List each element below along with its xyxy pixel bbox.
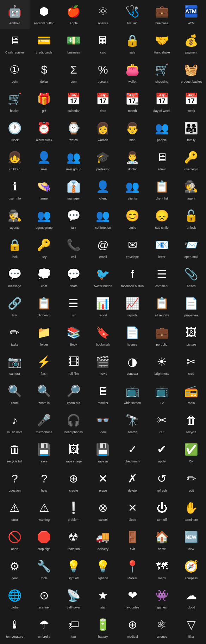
agents-cell[interactable]: 🕵agents: [0, 204, 30, 234]
bookmark-cell[interactable]: 🔖bookmark: [88, 321, 118, 351]
letter-cell[interactable]: 📧letter: [147, 234, 177, 263]
lock-cell[interactable]: 🔒lock: [0, 234, 30, 263]
tv-cell[interactable]: 📺TV: [147, 380, 177, 409]
reports-cell[interactable]: 📈reports: [118, 292, 147, 321]
globe-cell[interactable]: 🌐globe: [0, 584, 30, 613]
gift-cell[interactable]: 🎁gift: [30, 88, 59, 117]
apply-cell[interactable]: ✔apply: [147, 438, 177, 467]
call-cell[interactable]: 📞call: [59, 234, 88, 263]
calc-cell[interactable]: 🖩calc: [88, 29, 118, 58]
erase-cell[interactable]: ✕erase: [88, 467, 118, 497]
save-as-cell[interactable]: 💾save as: [88, 438, 118, 467]
unlock-cell[interactable]: 🔓unlock: [176, 204, 206, 234]
good-mark-cell[interactable]: 👍good mark: [0, 643, 30, 644]
close-cell[interactable]: ✕close: [118, 497, 147, 526]
android-cell[interactable]: 🤖Android: [0, 0, 30, 29]
stop-sign-cell[interactable]: 🛑stop sign: [30, 526, 59, 555]
envelope-cell[interactable]: ✉envelope: [118, 234, 147, 263]
facebook-button-cell[interactable]: ffacebook button: [118, 263, 147, 292]
conference-cell[interactable]: 👥conference: [88, 204, 118, 234]
cash-register-cell[interactable]: 🖥Cash register: [0, 29, 30, 58]
safe-cell[interactable]: 🔒safe: [118, 29, 147, 58]
zoom-in-cell[interactable]: 🔍zoom in: [30, 380, 59, 409]
new-cell[interactable]: 🆕new: [176, 526, 206, 555]
message-cell[interactable]: 💬message: [0, 263, 30, 292]
product-basket-cell[interactable]: 🧺product basket: [176, 58, 206, 88]
alarm-clock-cell[interactable]: ⏰alarm clock: [30, 117, 59, 146]
children-cell[interactable]: 👧children: [0, 146, 30, 175]
ok-cell[interactable]: ✅OK: [176, 438, 206, 467]
camera-cell[interactable]: 📷camera: [0, 351, 30, 380]
clock-cell[interactable]: 🕐Clock: [0, 117, 30, 146]
science-cell[interactable]: ⚛science: [88, 0, 118, 29]
percent-cell[interactable]: %percent: [88, 58, 118, 88]
flash-cell[interactable]: ⚡flash: [30, 351, 59, 380]
warning-cell[interactable]: ⚠warning: [30, 497, 59, 526]
tag-cell[interactable]: 🏷tag: [59, 613, 88, 643]
book-cell[interactable]: 📚Book: [59, 321, 88, 351]
search-cell[interactable]: 🔭search: [118, 409, 147, 438]
brightness-cell[interactable]: ☀brightness: [147, 351, 177, 380]
credit-cards-cell[interactable]: 💳credit cards: [30, 29, 59, 58]
triangle-cell[interactable]: ▲Triangle: [118, 643, 147, 644]
favourites-cell[interactable]: ❤favourites: [118, 584, 147, 613]
report-cell[interactable]: 📊report: [88, 292, 118, 321]
android-button-cell[interactable]: ⬢Android button: [30, 0, 59, 29]
farmer-cell[interactable]: 👒farmer: [30, 175, 59, 204]
wide-screen-cell[interactable]: 📺wide screen: [118, 380, 147, 409]
help-cell[interactable]: ?help: [30, 467, 59, 497]
payment-cell[interactable]: 💰payment: [176, 29, 206, 58]
atm-cell[interactable]: 🏧ATM: [176, 0, 206, 29]
professor-cell[interactable]: 🎓professor: [88, 146, 118, 175]
recycle-cell[interactable]: 🗑recycle: [176, 409, 206, 438]
save-image-cell[interactable]: 🖼save image: [59, 438, 88, 467]
clients-cell[interactable]: 👥clients: [118, 175, 147, 204]
agent-group-cell[interactable]: 👥agent group: [30, 204, 59, 234]
star-cell[interactable]: ★star: [88, 584, 118, 613]
compass-cell[interactable]: 🧭compass: [176, 555, 206, 584]
user-info-cell[interactable]: ℹuser Info: [0, 175, 30, 204]
sad-smile-cell[interactable]: 😞sad smile: [147, 204, 177, 234]
cloud-cell[interactable]: ☁cloud: [176, 584, 206, 613]
edit-cell[interactable]: ✏edit: [176, 467, 206, 497]
shopping-cell[interactable]: 🛒shopping: [147, 58, 177, 88]
key-cell[interactable]: 🔑key: [30, 234, 59, 263]
roll-film-cell[interactable]: 🎞roll film: [59, 351, 88, 380]
recycle-full-cell[interactable]: 🗑recycle full: [0, 438, 30, 467]
email-cell[interactable]: @email: [88, 234, 118, 263]
woman-cell[interactable]: 👩woman: [88, 117, 118, 146]
month-cell[interactable]: 📆month: [118, 88, 147, 117]
folder-cell[interactable]: 📁folder: [30, 321, 59, 351]
monitor-cell[interactable]: 🖥monitor: [88, 380, 118, 409]
contrast-cell[interactable]: ◑contrast: [118, 351, 147, 380]
calendar-cell[interactable]: 📅calendar: [59, 88, 88, 117]
talk-cell[interactable]: 💬talk: [59, 204, 88, 234]
attach-cell[interactable]: 📎attach: [176, 263, 206, 292]
week-cell[interactable]: 📅week: [176, 88, 206, 117]
user-login-cell[interactable]: 🔑user login: [176, 146, 206, 175]
turn-off-cell[interactable]: ⏻turn off: [147, 497, 177, 526]
bad-mark-cell[interactable]: 👎bad mark: [30, 643, 59, 644]
doctor-cell[interactable]: 👨‍⚕️doctor: [118, 146, 147, 175]
zoom-out-cell[interactable]: 🔎zoom out: [59, 380, 88, 409]
man-cell[interactable]: 👨man: [118, 117, 147, 146]
refresh-cell[interactable]: ↺refresh: [147, 467, 177, 497]
light-on-cell[interactable]: 💡light on: [88, 555, 118, 584]
all-reports-cell[interactable]: 📋all reports: [147, 292, 177, 321]
open-mail-cell[interactable]: 📨open mail: [176, 234, 206, 263]
tools-cell[interactable]: 🔧tools: [30, 555, 59, 584]
picture-cell[interactable]: 🖼picture: [176, 321, 206, 351]
filter-cell[interactable]: ▽filter: [176, 613, 206, 643]
radiation-cell[interactable]: ☢radiation: [59, 526, 88, 555]
delete-cell[interactable]: ✗delete: [118, 467, 147, 497]
exit-cell[interactable]: 🚪exit: [118, 526, 147, 555]
games-cell[interactable]: 👾games: [147, 584, 177, 613]
question-cell[interactable]: ?question: [0, 467, 30, 497]
client-list-cell[interactable]: 📋client list: [147, 175, 177, 204]
user-cell[interactable]: 👤user: [30, 146, 59, 175]
cancel-cell[interactable]: ⊗cancel: [88, 497, 118, 526]
properties-cell[interactable]: 📄properties: [176, 292, 206, 321]
watch-cell[interactable]: ⌚watch: [59, 117, 88, 146]
light-off-cell[interactable]: 💡light off: [59, 555, 88, 584]
list-cell[interactable]: ☰list: [59, 292, 88, 321]
